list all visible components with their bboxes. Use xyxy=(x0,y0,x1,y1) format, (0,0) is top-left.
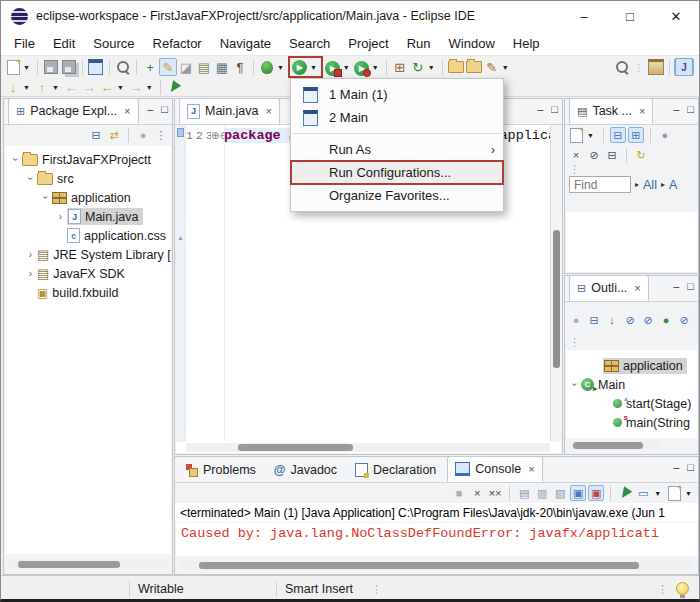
expander-icon[interactable]: › xyxy=(24,268,37,279)
open-file-icon[interactable] xyxy=(447,58,465,76)
remove-all-launches-icon[interactable]: ×× xyxy=(487,485,503,501)
new-task-icon-caret[interactable]: ▼ xyxy=(587,132,594,139)
save-icon[interactable] xyxy=(42,58,60,76)
expander-icon[interactable]: › xyxy=(54,211,67,222)
menu-search[interactable]: Search xyxy=(280,34,339,53)
scroll-lock-icon[interactable]: ▥ xyxy=(534,485,550,501)
go-forward-icon[interactable]: → xyxy=(127,78,145,96)
task-window-icon[interactable] xyxy=(87,58,105,76)
tab-task-list[interactable]: ▤ Task ...× xyxy=(569,98,653,124)
tab-declaration[interactable]: Declaration xyxy=(348,458,443,482)
run-icon-caret[interactable]: ▼ xyxy=(310,64,317,71)
public-only-icon[interactable]: ● xyxy=(658,312,674,328)
menu-edit[interactable]: Edit xyxy=(44,34,84,53)
open-type-icon[interactable]: ▤ xyxy=(195,58,213,76)
collapse-tasks-icon[interactable]: ⊟ xyxy=(604,147,620,163)
minimize-button[interactable]: – xyxy=(561,1,607,31)
next-annotation-icon[interactable]: ↓ xyxy=(4,78,22,96)
link-editor-icon[interactable]: ⇄ xyxy=(106,127,122,143)
go-forward-icon-caret[interactable]: ▼ xyxy=(146,84,153,91)
profile-icon-caret[interactable]: ▼ xyxy=(372,64,379,71)
menu-item-1-main-1[interactable]: 1 Main (1) xyxy=(291,83,503,106)
coverage-icon[interactable]: ▶ xyxy=(324,58,342,76)
format-brush-icon[interactable]: ✎ xyxy=(159,58,177,76)
import-icon[interactable] xyxy=(465,58,483,76)
maximize-view-icon[interactable]: □ xyxy=(687,280,694,292)
console-output[interactable]: Caused by: java.lang.NoClassDefFoundErro… xyxy=(176,523,697,556)
expander-icon[interactable]: › xyxy=(569,378,580,391)
new-wizard-icon-caret[interactable]: ▼ xyxy=(23,64,30,71)
close-button[interactable]: ✕ xyxy=(653,1,699,31)
tree-item[interactable]: capplication.css xyxy=(5,226,171,245)
tree-item[interactable]: ›src xyxy=(5,169,171,188)
editor-vscrollbar[interactable] xyxy=(550,125,561,442)
profile-icon[interactable]: ▶ xyxy=(353,58,371,76)
annotate-icon-caret[interactable]: ▼ xyxy=(502,64,509,71)
tree-item[interactable]: ›application xyxy=(5,188,171,207)
tab-outline[interactable]: ⊟ Outli...× xyxy=(569,275,649,301)
menu-help[interactable]: Help xyxy=(504,34,549,53)
prev-annotation-icon-caret[interactable]: ▼ xyxy=(52,84,59,91)
new-task-icon[interactable]: + xyxy=(568,127,584,143)
coverage-icon-caret[interactable]: ▼ xyxy=(343,64,350,71)
menu-window[interactable]: Window xyxy=(440,34,504,53)
menu-file[interactable]: File xyxy=(5,34,44,53)
display-console-icon-caret[interactable]: ▼ xyxy=(654,490,661,497)
show-whitespace-icon[interactable]: ¶ xyxy=(231,58,249,76)
tree-item[interactable]: ›JMain.java xyxy=(5,207,171,226)
close-icon[interactable]: × xyxy=(528,463,534,475)
external-tools-icon-caret[interactable]: ▼ xyxy=(428,64,435,71)
tree-item[interactable]: ▣build.fxbuild xyxy=(5,283,171,302)
editor-hscrollbar[interactable] xyxy=(186,443,550,452)
minimize-view-icon[interactable]: ‒ xyxy=(673,103,679,115)
terminate-icon[interactable]: ■ xyxy=(451,485,467,501)
scheduled-view-icon[interactable]: ⊞ xyxy=(628,127,644,143)
quick-access-search-icon[interactable] xyxy=(613,58,631,76)
menu-navigate[interactable]: Navigate xyxy=(211,34,280,53)
maximize-view-icon[interactable]: □ xyxy=(161,103,168,115)
tab-main-java[interactable]: J Main.java× xyxy=(179,98,280,124)
console-hscrollbar[interactable] xyxy=(181,561,692,570)
annotate-icon[interactable]: ✎ xyxy=(483,58,501,76)
forward-arrow-icon[interactable]: → xyxy=(80,78,98,96)
back-arrow-icon[interactable]: ← xyxy=(62,78,80,96)
save-all-icon[interactable] xyxy=(60,58,78,76)
tree-item[interactable]: ›▤JRE System Library [Ja xyxy=(5,245,171,264)
show-stderr-icon[interactable]: ▣ xyxy=(588,485,604,501)
menu-refactor[interactable]: Refactor xyxy=(144,34,211,53)
jar-export-icon[interactable]: ◪ xyxy=(177,58,195,76)
tree-item[interactable]: application xyxy=(566,356,697,375)
close-icon[interactable]: × xyxy=(639,105,645,117)
hide-completed-icon[interactable]: × xyxy=(568,147,584,163)
minimize-view-icon[interactable]: ‒ xyxy=(673,280,679,292)
remove-launch-icon[interactable]: × xyxy=(469,485,485,501)
minimize-view-icon[interactable]: ‒ xyxy=(147,103,153,115)
close-icon[interactable]: × xyxy=(266,105,272,117)
hide-fields-icon[interactable]: ⊘ xyxy=(622,312,638,328)
sync-tasks-icon[interactable]: ↻ xyxy=(633,147,649,163)
menu-run[interactable]: Run xyxy=(398,34,440,53)
java-perspective-icon[interactable]: J xyxy=(674,58,694,76)
tree-item[interactable]: smain(String xyxy=(566,413,697,432)
view-menu-icon[interactable]: ⋮ xyxy=(153,127,169,143)
debug-icon[interactable] xyxy=(258,58,276,76)
display-console-icon[interactable]: ▭ xyxy=(635,485,651,501)
minimize-view-icon[interactable]: ‒ xyxy=(537,103,543,115)
maximize-view-icon[interactable]: □ xyxy=(551,103,558,115)
sort-icon[interactable]: ↓ xyxy=(604,312,620,328)
activate-link[interactable]: A xyxy=(669,178,677,192)
show-stdout-icon[interactable]: ▣ xyxy=(570,485,586,501)
tree-item[interactable]: ›C▸Main xyxy=(566,375,697,394)
focus-icon[interactable]: ● xyxy=(568,312,584,328)
tree-item[interactable]: ›FirstJavaFXProjectt xyxy=(5,150,171,169)
maximize-button[interactable]: □ xyxy=(607,1,653,31)
close-icon[interactable]: × xyxy=(124,105,130,117)
tab-javadoc[interactable]: @Javadoc xyxy=(267,458,344,482)
focus-workweek-icon[interactable]: ● xyxy=(657,127,673,143)
maximize-view-icon[interactable]: □ xyxy=(687,103,694,115)
focus-tasks-icon[interactable]: ● xyxy=(135,127,151,143)
debug-icon-caret[interactable]: ▼ xyxy=(277,64,284,71)
menu-item-run-as[interactable]: Run As› xyxy=(291,138,503,161)
last-edit-location-icon-caret[interactable]: ▼ xyxy=(117,84,124,91)
tree-item[interactable]: ▴start(Stage) xyxy=(566,394,697,413)
